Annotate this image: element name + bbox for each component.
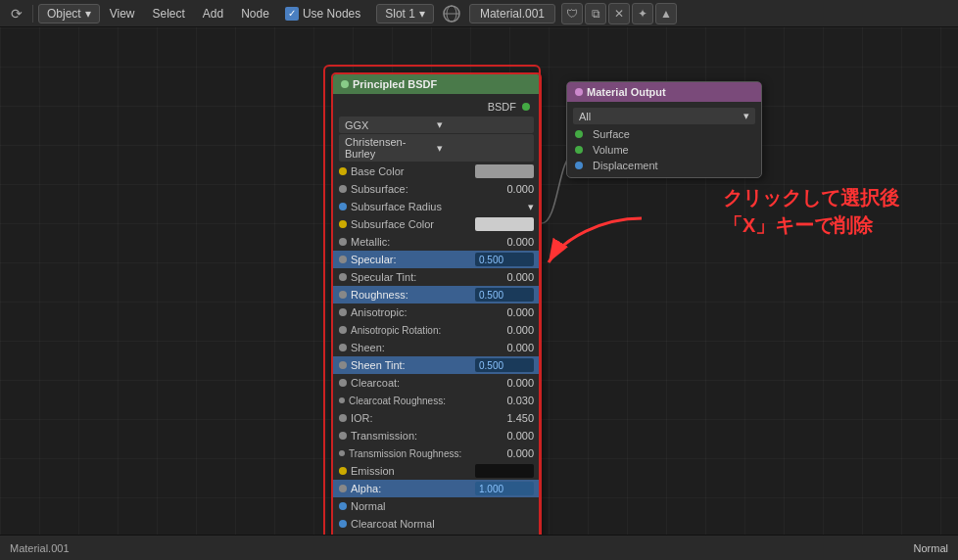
sheen-tint-value-bar[interactable]: 0.500 — [475, 358, 534, 372]
ior-value: 1.450 — [495, 412, 534, 424]
statusbar: Material.001 Normal — [0, 535, 958, 560]
shield-icon[interactable]: 🛡 — [561, 3, 583, 24]
sheen-tint-label: Sheen Tint: — [351, 359, 475, 371]
christensen-dropdown[interactable]: Christensen-Burley ▾ — [339, 134, 534, 162]
subsurface-color-socket — [339, 220, 347, 228]
principled-bsdf-node[interactable]: Principled BSDF BSDF GGX ▾ Christensen-B… — [331, 72, 542, 535]
base-color-socket — [339, 167, 347, 175]
material-output-node[interactable]: Material Output All ▾ Surface Volume Dis… — [566, 81, 762, 178]
slot-chevron: ▾ — [419, 7, 425, 21]
object-dropdown[interactable]: Object ▾ — [38, 4, 100, 23]
tangent-row: Tangent — [333, 533, 540, 535]
surface-row: Surface — [567, 126, 761, 142]
use-nodes-checkbox[interactable]: ✓ — [285, 7, 299, 21]
alpha-value-bar[interactable]: 1.000 — [475, 482, 534, 495]
metallic-value: 0.000 — [495, 236, 534, 248]
transmission-roughness-label: Transmission Roughness: — [349, 448, 495, 459]
christensen-label: Christensen-Burley — [345, 136, 437, 160]
clearcoat-normal-label: Clearcoat Normal — [351, 518, 534, 530]
view-menu[interactable]: View — [102, 5, 143, 23]
roughness-row[interactable]: Roughness: 0.500 — [333, 286, 540, 303]
ior-socket — [339, 414, 347, 422]
metallic-label: Metallic: — [351, 236, 495, 248]
select-menu[interactable]: Select — [144, 5, 192, 23]
all-chevron: ▾ — [743, 110, 749, 122]
specular-tint-row: Specular Tint: 0.000 — [333, 268, 540, 286]
anisotropic-rotation-label: Anisotropic Rotation: — [351, 325, 495, 336]
normal-status-label: Normal — [914, 542, 948, 554]
annotation-line2: 「X」キーで削除 — [723, 211, 899, 239]
transmission-label: Transmission: — [351, 430, 495, 442]
ggx-dropdown[interactable]: GGX ▾ — [339, 117, 534, 133]
add-menu[interactable]: Add — [195, 5, 231, 23]
up-icon[interactable]: ▲ — [655, 3, 677, 24]
anisotropic-value: 0.000 — [495, 306, 534, 318]
christensen-chevron: ▾ — [437, 142, 529, 155]
material-name-field[interactable]: Material.001 — [469, 4, 555, 23]
blender-icon[interactable]: ⟳ — [6, 3, 27, 24]
specular-tint-value: 0.000 — [495, 271, 534, 283]
metallic-socket — [339, 238, 347, 246]
alpha-socket — [339, 485, 347, 492]
object-chevron: ▾ — [85, 7, 91, 21]
clearcoat-roughness-row: Clearcoat Roughness: 0.030 — [333, 392, 540, 409]
emission-socket — [339, 467, 347, 475]
subsurface-radius-socket — [339, 203, 347, 210]
output-header-dot — [575, 88, 583, 96]
subsurface-radius-label: Subsurface Radius — [351, 201, 528, 212]
annotation-line1: クリックして選択後 — [723, 184, 899, 211]
sphere-icon — [440, 3, 463, 24]
alpha-row[interactable]: Alpha: 1.000 — [333, 480, 540, 497]
separator — [32, 5, 33, 23]
specular-value-bar[interactable]: 0.500 — [475, 253, 534, 266]
sheen-tint-row[interactable]: Sheen Tint: 0.500 — [333, 356, 540, 374]
close-icon[interactable]: ✕ — [608, 3, 630, 24]
ior-label: IOR: — [351, 412, 495, 424]
roughness-value: 0.500 — [479, 290, 503, 301]
base-color-swatch[interactable] — [475, 164, 534, 178]
transmission-roughness-socket — [339, 450, 345, 456]
surface-input-socket — [575, 130, 583, 138]
alpha-label: Alpha: — [351, 483, 475, 494]
bsdf-header-dot — [341, 80, 349, 88]
volume-input-socket — [575, 146, 583, 154]
sheen-row: Sheen: 0.000 — [333, 339, 540, 356]
bsdf-output-label: BSDF — [488, 101, 516, 113]
emission-color-swatch[interactable] — [475, 464, 534, 478]
roughness-value-bar[interactable]: 0.500 — [475, 288, 534, 302]
clearcoat-normal-socket — [339, 520, 347, 528]
clearcoat-roughness-label: Clearcoat Roughness: — [349, 396, 495, 406]
node-editor-canvas[interactable]: Principled BSDF BSDF GGX ▾ Christensen-B… — [0, 27, 958, 535]
clearcoat-normal-row: Clearcoat Normal — [333, 515, 540, 533]
specular-row[interactable]: Specular: 0.500 — [333, 251, 540, 268]
slot-dropdown[interactable]: Slot 1 ▾ — [376, 4, 434, 23]
copy-icon[interactable]: ⧉ — [585, 3, 606, 24]
alpha-value: 1.000 — [479, 484, 503, 494]
anisotropic-label: Anisotropic: — [351, 306, 495, 318]
sheen-label: Sheen: — [351, 342, 495, 353]
all-label: All — [579, 111, 591, 122]
clearcoat-socket — [339, 379, 347, 387]
star-icon[interactable]: ✦ — [632, 3, 653, 24]
slot-label: Slot 1 — [385, 7, 415, 21]
transmission-socket — [339, 432, 347, 440]
roughness-label: Roughness: — [351, 289, 475, 301]
normal-label: Normal — [351, 500, 534, 512]
metallic-row: Metallic: 0.000 — [333, 233, 540, 251]
clearcoat-row: Clearcoat: 0.000 — [333, 374, 540, 392]
anisotropic-row: Anisotropic: 0.000 — [333, 303, 540, 321]
clearcoat-label: Clearcoat: — [351, 377, 495, 389]
displacement-label: Displacement — [593, 160, 658, 171]
use-nodes-toggle[interactable]: ✓ Use Nodes — [279, 5, 366, 23]
output-node-content: All ▾ Surface Volume Displacement — [567, 102, 761, 177]
all-dropdown[interactable]: All ▾ — [573, 108, 755, 124]
base-color-label: Base Color — [351, 165, 475, 177]
specular-tint-label: Specular Tint: — [351, 271, 495, 283]
subsurface-color-swatch[interactable] — [475, 217, 534, 231]
volume-row: Volume — [567, 142, 761, 158]
normal-row: Normal — [333, 497, 540, 515]
clearcoat-value: 0.000 — [495, 377, 534, 389]
subsurface-socket — [339, 185, 347, 193]
node-menu[interactable]: Node — [233, 5, 277, 23]
subsurface-color-row: Subsurface Color — [333, 215, 540, 233]
